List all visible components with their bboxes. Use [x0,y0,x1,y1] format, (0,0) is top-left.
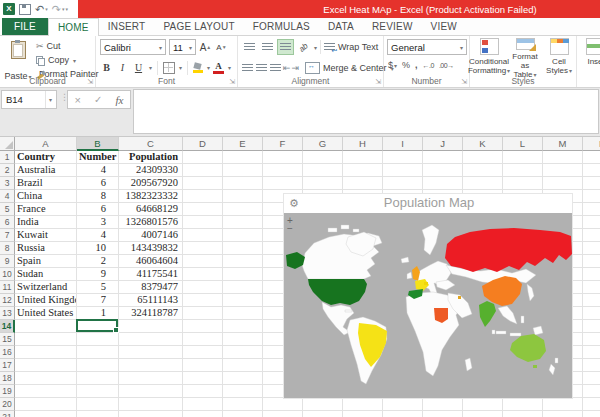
cell-B7[interactable]: 4 [77,229,119,242]
row-header-11[interactable]: 11 [0,281,15,294]
cell-B5[interactable]: 6 [77,203,119,216]
fill-color-icon[interactable] [193,63,203,73]
formula-input[interactable] [133,89,599,134]
cell-N13[interactable] [583,307,600,320]
row-header-3[interactable]: 3 [0,177,15,190]
decrease-decimal-button[interactable]: .00→ [439,62,454,69]
top-align-button[interactable] [241,39,258,55]
excel-app-icon[interactable]: X [3,3,15,15]
cell-N9[interactable] [583,255,600,268]
chevron-down-icon[interactable]: ▾ [207,64,210,71]
cell-F20[interactable] [263,398,303,411]
cell-B6[interactable]: 3 [77,216,119,229]
column-header-N[interactable]: N [583,137,600,151]
cell-D6[interactable] [183,216,223,229]
cell-C13[interactable]: 324118787 [119,307,183,320]
cell-N8[interactable] [583,242,600,255]
cell-D9[interactable] [183,255,223,268]
font-dialog-launcher-icon[interactable]: ⇲ [229,78,235,85]
cell-I3[interactable] [383,177,423,190]
column-header-L[interactable]: L [503,137,543,151]
zoom-out-button[interactable]: − [287,225,299,233]
cell-B19[interactable] [77,385,119,398]
cell-A21[interactable] [15,411,77,417]
cell-N19[interactable] [583,385,600,398]
name-box[interactable]: B14▾ [1,90,57,109]
chevron-down-icon[interactable]: ▾ [228,64,231,71]
cell-C11[interactable]: 8379477 [119,281,183,294]
active-cell-outline[interactable] [76,319,118,332]
cell-G21[interactable] [303,411,343,417]
clipboard-dialog-launcher-icon[interactable]: ⇲ [87,78,93,85]
cell-F2[interactable] [263,164,303,177]
cell-A9[interactable]: Spain [15,255,77,268]
cell-E10[interactable] [223,268,263,281]
cell-E2[interactable] [223,164,263,177]
cell-C9[interactable]: 46064604 [119,255,183,268]
cell-C18[interactable] [119,372,183,385]
cell-G2[interactable] [303,164,343,177]
cut-button[interactable]: ✂Cut [36,39,96,53]
cell-N6[interactable] [583,216,600,229]
cell-A20[interactable] [15,398,77,411]
cell-M3[interactable] [543,177,583,190]
cell-M2[interactable] [543,164,583,177]
cell-J3[interactable] [423,177,463,190]
cell-D15[interactable] [183,333,223,346]
underline-button[interactable]: U [132,60,145,75]
cell-E4[interactable] [223,190,263,203]
cell-A6[interactable]: India [15,216,77,229]
cell-C14[interactable] [119,320,183,333]
cell-E11[interactable] [223,281,263,294]
merge-center-button[interactable]: Merge & Center▾ [305,62,394,74]
cell-N1[interactable] [583,151,600,164]
cell-C16[interactable] [119,346,183,359]
cell-K2[interactable] [463,164,503,177]
cell-D4[interactable] [183,190,223,203]
cell-C2[interactable]: 24309330 [119,164,183,177]
cell-A1[interactable]: Country [15,151,77,164]
cell-N7[interactable] [583,229,600,242]
chevron-down-icon[interactable]: ▾ [149,64,152,71]
cell-B12[interactable]: 7 [77,294,119,307]
cell-N2[interactable] [583,164,600,177]
tab-review[interactable]: REVIEW [363,18,422,35]
cell-E1[interactable] [223,151,263,164]
cell-C17[interactable] [119,359,183,372]
cell-N10[interactable] [583,268,600,281]
cell-A2[interactable]: Australia [15,164,77,177]
cell-D3[interactable] [183,177,223,190]
percent-style-button[interactable]: % [402,60,410,70]
cell-G20[interactable] [303,398,343,411]
cell-A19[interactable] [15,385,77,398]
population-map-chart[interactable]: ⚙ Population Map + − [283,193,573,399]
column-header-J[interactable]: J [423,137,463,151]
redo-icon[interactable]: ↷ [52,4,61,14]
cell-C21[interactable] [119,411,183,417]
column-header-H[interactable]: H [343,137,383,151]
row-header-2[interactable]: 2 [0,164,15,177]
cell-D19[interactable] [183,385,223,398]
column-header-I[interactable]: I [383,137,423,151]
cell-E21[interactable] [223,411,263,417]
increase-decimal-button[interactable]: ←.0 [423,62,434,69]
cell-E5[interactable] [223,203,263,216]
cell-E7[interactable] [223,229,263,242]
cell-I21[interactable] [383,411,423,417]
cell-B11[interactable]: 5 [77,281,119,294]
column-header-D[interactable]: D [183,137,223,151]
cell-E12[interactable] [223,294,263,307]
cell-C10[interactable]: 41175541 [119,268,183,281]
cell-K21[interactable] [463,411,503,417]
cell-K20[interactable] [463,398,503,411]
tab-formulas[interactable]: FORMULAS [244,18,319,35]
cell-I1[interactable] [383,151,423,164]
cell-N20[interactable] [583,398,600,411]
cell-N15[interactable] [583,333,600,346]
column-header-M[interactable]: M [543,137,583,151]
tab-page-layout[interactable]: PAGE LAYOUT [154,18,243,35]
cell-E17[interactable] [223,359,263,372]
row-header-9[interactable]: 9 [0,255,15,268]
cell-C19[interactable] [119,385,183,398]
cell-J2[interactable] [423,164,463,177]
